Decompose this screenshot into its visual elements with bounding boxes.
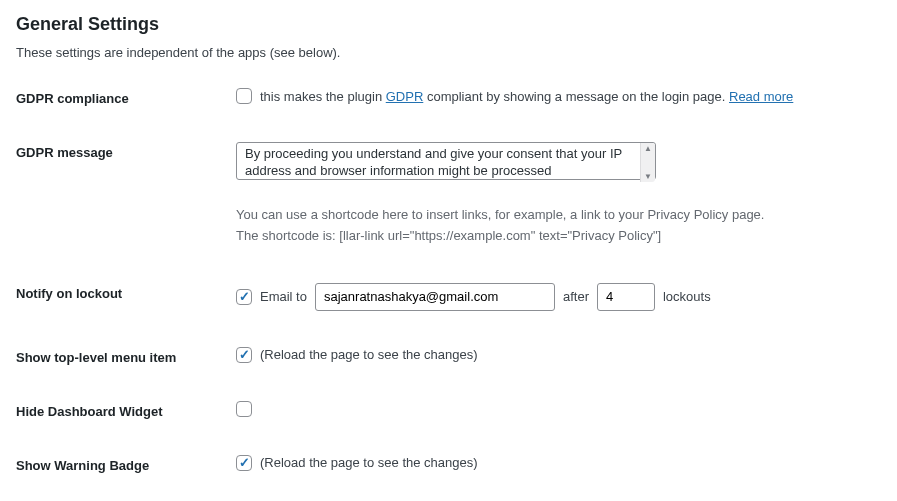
row-notify-lockout: Notify on lockout Email to after lockout… — [16, 283, 881, 311]
gdpr-message-label: GDPR message — [16, 142, 236, 160]
notify-email-input[interactable] — [315, 283, 555, 311]
show-toplevel-note: (Reload the page to see the changes) — [260, 347, 478, 362]
email-to-label: Email to — [260, 289, 307, 304]
gdpr-message-textarea[interactable]: By proceeding you understand and give yo… — [236, 142, 656, 180]
show-badge-note: (Reload the page to see the changes) — [260, 455, 478, 470]
gdpr-readmore-link[interactable]: Read more — [729, 89, 793, 104]
row-show-toplevel: Show top-level menu item (Reload the pag… — [16, 347, 881, 365]
page-description: These settings are independent of the ap… — [16, 45, 881, 60]
show-toplevel-checkbox[interactable] — [236, 347, 252, 363]
notify-email-checkbox[interactable] — [236, 289, 252, 305]
gdpr-compliance-checkbox[interactable] — [236, 88, 252, 104]
show-toplevel-label: Show top-level menu item — [16, 347, 236, 365]
gdpr-link[interactable]: GDPR — [386, 89, 424, 104]
notify-lockout-label: Notify on lockout — [16, 283, 236, 301]
row-gdpr-compliance: GDPR compliance this makes the plugin GD… — [16, 88, 881, 106]
after-label: after — [563, 289, 589, 304]
row-gdpr-message: GDPR message By proceeding you understan… — [16, 142, 881, 247]
hide-dashboard-checkbox[interactable] — [236, 401, 252, 417]
show-badge-checkbox[interactable] — [236, 455, 252, 471]
lockouts-label: lockouts — [663, 289, 711, 304]
show-badge-label: Show Warning Badge — [16, 455, 236, 473]
scroll-up-icon[interactable]: ▲ — [644, 144, 652, 153]
gdpr-message-hint: You can use a shortcode here to insert l… — [236, 205, 881, 247]
scroll-down-icon[interactable]: ▼ — [644, 172, 652, 181]
gdpr-compliance-text: this makes the plugin GDPR compliant by … — [260, 89, 793, 104]
notify-count-input[interactable] — [597, 283, 655, 311]
row-hide-dashboard: Hide Dashboard Widget — [16, 401, 881, 419]
row-show-badge: Show Warning Badge (Reload the page to s… — [16, 455, 881, 473]
hide-dashboard-label: Hide Dashboard Widget — [16, 401, 236, 419]
textarea-scrollbar[interactable]: ▲ ▼ — [640, 143, 655, 182]
page-title: General Settings — [16, 14, 881, 35]
gdpr-compliance-label: GDPR compliance — [16, 88, 236, 106]
